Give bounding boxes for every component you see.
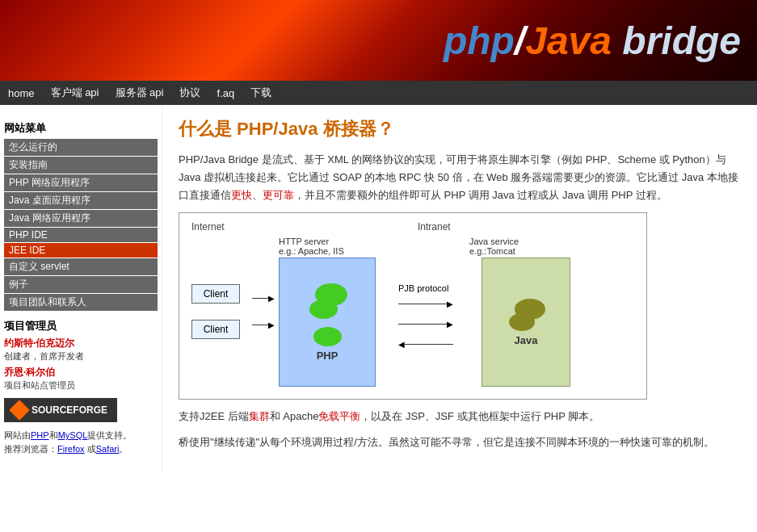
sidebar-item-install[interactable]: 安装指南 [4, 157, 158, 174]
sidebar-item-custom-servlet[interactable]: 自定义 servlet [4, 258, 158, 275]
diagram-row: Client Client ▶ ▶ [191, 237, 634, 387]
para2: 支持J2EE 后端集群和 Apache免载平衡，以及在 JSP、JSF 或其他框… [179, 408, 741, 425]
arrow-2: ▶ [252, 320, 275, 329]
sidebar-menu: 怎么运行的 安装指南 PHP 网络应用程序 Java 桌面应用程序 Java 网… [4, 139, 158, 311]
arrow-line-2 [252, 325, 268, 325]
sidebar-footer: 网站由PHP和MySQL提供支持。 推荐浏览器：Firefox 或Safari。 [4, 429, 158, 455]
php-oval-2 [309, 300, 338, 319]
sidebar-item-jee-ide[interactable]: JEE IDE [4, 243, 158, 258]
http-server-box: PHP [279, 258, 376, 387]
logo-java: Java [525, 19, 612, 62]
java-server-label: Java service e.g.:Tomcat [469, 237, 570, 256]
nav-home[interactable]: home [8, 87, 35, 99]
header: php/Java bridge [0, 0, 757, 81]
reliable-link[interactable]: 更可靠 [263, 189, 294, 201]
pjb-arrow-right-2: ▶ [398, 320, 453, 329]
php-oval-3 [313, 327, 342, 346]
pjb-arrow-left: ◀ [398, 340, 453, 349]
main-content: 什么是 PHP/Java 桥接器？ PHP/Java Bridge 是流式、基于… [162, 105, 757, 471]
java-oval-2 [509, 313, 535, 331]
sourceforge-badge[interactable]: SOURCEFORGE [4, 398, 117, 422]
nav-client-api[interactable]: 客户端 api [51, 86, 99, 100]
sidebar-item-examples[interactable]: 例子 [4, 276, 158, 293]
sidebar-section-title-2: 项目管理员 [4, 319, 158, 333]
sidebar-item-java-web[interactable]: Java 网络应用程序 [4, 210, 158, 227]
php-label: PHP [317, 350, 339, 362]
pjb-arrows-area: PJB protocol ▶ ▶ ◀ [398, 275, 463, 349]
nav-download[interactable]: 下载 [250, 86, 271, 100]
manager-2-desc: 项目和站点管理员 [4, 379, 158, 392]
nav-server-api[interactable]: 服务器 api [116, 86, 164, 100]
client-area: Client Client [191, 284, 240, 339]
arrow-1: ▶ [252, 294, 275, 303]
arrow-head-2: ▶ [268, 320, 275, 329]
client-arrows: ▶ ▶ [252, 294, 275, 329]
cluster-link[interactable]: 集群 [249, 410, 270, 422]
http-server-label: HTTP server e.g.: Apache, IIS [279, 237, 392, 256]
arrow-head-1: ▶ [268, 294, 275, 303]
diagram-intranet-label: Intranet [418, 221, 451, 232]
http-server-container: HTTP server e.g.: Apache, IIS PHP [279, 237, 392, 387]
footer-and: 和 [49, 430, 58, 440]
manager-1-desc: 创建者，首席开发者 [4, 350, 158, 362]
footer-text-1: 网站由 [4, 430, 31, 440]
sourceforge-icon [9, 400, 29, 420]
architecture-diagram: Internet Intranet Client Client ▶ [179, 212, 647, 400]
page-title: 什么是 PHP/Java 桥接器？ [179, 117, 741, 141]
arrow-line-1 [252, 298, 268, 299]
sidebar-item-java-desktop[interactable]: Java 桌面应用程序 [4, 192, 158, 209]
sidebar-item-php-web[interactable]: PHP 网络应用程序 [4, 174, 158, 191]
footer-firefox-link[interactable]: Firefox [57, 444, 85, 454]
footer-mysql-link[interactable]: MySQL [58, 430, 88, 440]
logo-php: php [444, 19, 515, 62]
footer-text-2: 提供支持。 [87, 430, 132, 440]
sidebar: 网站菜单 怎么运行的 安装指南 PHP 网络应用程序 Java 桌面应用程序 J… [0, 105, 162, 471]
para3: 桥使用"继续传递"从每个环境调用过程/方法。虽然这可能不寻常，但它是连接不同脚本… [179, 434, 741, 451]
sidebar-item-team[interactable]: 项目团队和联系人 [4, 294, 158, 311]
logo-bridge: bridge [622, 19, 741, 62]
java-label: Java [515, 334, 538, 346]
intro-paragraph: PHP/Java Bridge 是流式、基于 XML 的网络协议的实现，可用于将… [179, 151, 741, 204]
load-balance-link[interactable]: 免载平衡 [318, 410, 360, 422]
sidebar-item-how[interactable]: 怎么运行的 [4, 139, 158, 156]
manager-2-name: 乔恩·科尔伯 [4, 366, 158, 379]
footer-text-3: 推荐浏览器： [4, 444, 57, 454]
diagram-labels: Internet Intranet [191, 221, 634, 232]
manager-1-name: 约斯特·伯克迈尔 [4, 337, 158, 350]
java-server-box: Java [482, 258, 570, 387]
nav-faq[interactable]: f.aq [217, 87, 234, 99]
nav-bar: home 客户端 api 服务器 api 协议 f.aq 下载 [0, 81, 757, 105]
footer-end: 。 [119, 444, 128, 454]
pjb-arrow-right-1: ▶ [398, 300, 453, 308]
faster-link[interactable]: 更快 [231, 189, 252, 201]
nav-protocol[interactable]: 协议 [179, 86, 200, 100]
footer-safari-link[interactable]: Safari [96, 444, 120, 454]
footer-php-link[interactable]: PHP [31, 430, 49, 440]
client-box-2: Client [191, 320, 240, 339]
sidebar-section-title-1: 网站菜单 [4, 121, 158, 136]
main-layout: 网站菜单 怎么运行的 安装指南 PHP 网络应用程序 Java 桌面应用程序 J… [0, 105, 757, 471]
sidebar-item-php-ide[interactable]: PHP IDE [4, 228, 158, 242]
footer-or: 或 [85, 444, 96, 454]
diagram-internet-label: Internet [191, 221, 272, 232]
logo: php/Java bridge [444, 19, 741, 63]
logo-slash: / [515, 19, 525, 62]
sourceforge-label: SOURCEFORGE [32, 404, 107, 416]
java-server-container: Java service e.g.:Tomcat Java [469, 237, 570, 387]
client-box-1: Client [191, 284, 240, 304]
pjb-protocol-label: PJB protocol [398, 283, 448, 293]
